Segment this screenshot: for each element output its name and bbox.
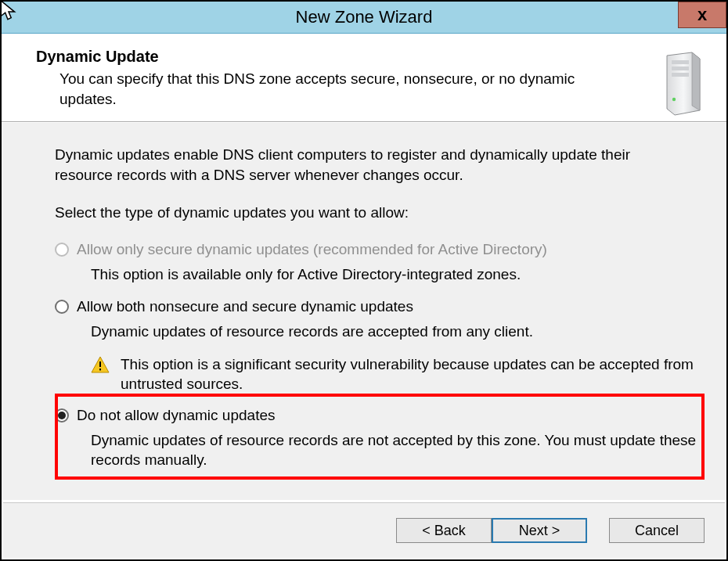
back-button[interactable]: < Back xyxy=(396,518,492,543)
radio-option-nonsecure-and-secure[interactable]: Allow both nonsecure and secure dynamic … xyxy=(55,297,700,317)
radio-icon xyxy=(55,300,69,314)
wizard-header: Dynamic Update You can specify that this… xyxy=(2,34,726,122)
radio-label: Do not allow dynamic updates xyxy=(77,405,275,426)
warning-text: This option is a significant security vu… xyxy=(121,354,700,394)
radio-icon xyxy=(55,243,69,257)
svg-rect-5 xyxy=(99,369,101,370)
wizard-content: Dynamic updates enable DNS client comput… xyxy=(2,122,726,500)
warning-icon xyxy=(91,356,110,373)
intro-paragraph-2: Select the type of dynamic updates you w… xyxy=(55,203,689,223)
svg-rect-2 xyxy=(672,73,689,77)
titlebar: New Zone Wizard x xyxy=(2,2,726,34)
page-heading: Dynamic Update xyxy=(36,48,708,66)
radio-icon xyxy=(55,408,69,423)
server-icon xyxy=(659,51,705,117)
svg-rect-4 xyxy=(99,361,101,367)
radio-label: Allow only secure dynamic updates (recom… xyxy=(77,239,547,260)
close-icon: x xyxy=(697,5,707,25)
cancel-button[interactable]: Cancel xyxy=(609,518,705,543)
window-title: New Zone Wizard xyxy=(296,7,433,27)
intro-paragraph-1: Dynamic updates enable DNS client comput… xyxy=(55,145,689,185)
svg-rect-0 xyxy=(672,60,689,64)
radio-option-secure-only: Allow only secure dynamic updates (recom… xyxy=(55,239,700,260)
next-button[interactable]: Next > xyxy=(492,518,587,543)
svg-point-3 xyxy=(672,98,676,101)
radio-description: This option is available only for Active… xyxy=(91,264,700,285)
radio-description: Dynamic updates of resource records are … xyxy=(91,322,700,342)
radio-description: Dynamic updates of resource records are … xyxy=(91,430,700,470)
close-button[interactable]: x xyxy=(678,2,726,28)
radio-label: Allow both nonsecure and secure dynamic … xyxy=(77,297,413,317)
svg-rect-1 xyxy=(672,67,689,70)
warning-row: This option is a significant security vu… xyxy=(91,354,700,394)
wizard-footer: < Back Next > Cancel xyxy=(3,502,725,558)
page-subheading: You can specify that this DNS zone accep… xyxy=(59,69,623,109)
radio-option-no-dynamic-updates[interactable]: Do not allow dynamic updates xyxy=(55,405,700,426)
